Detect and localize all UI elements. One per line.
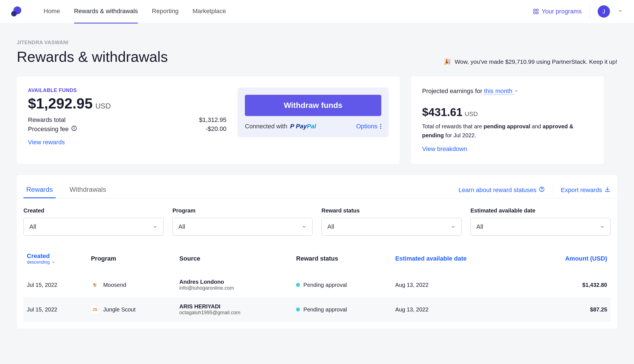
options-label: Options <box>356 123 377 130</box>
funds-right: Withdraw funds Connected with P PayPal O… <box>238 88 389 153</box>
tabs: Rewards Withdrawals <box>23 182 109 198</box>
logo-icon <box>11 6 21 16</box>
paypal-icon: P PayPal <box>290 123 316 130</box>
svg-rect-1 <box>536 9 538 11</box>
view-breakdown-link[interactable]: View breakdown <box>422 145 467 152</box>
col-status: Reward status <box>293 245 392 273</box>
learn-statuses-link[interactable]: Learn about reward statuses <box>458 186 545 194</box>
cell-estdate: Aug 13, 2022 <box>392 297 527 322</box>
svg-rect-0 <box>533 9 535 11</box>
withdraw-funds-button[interactable]: Withdraw funds <box>245 95 381 116</box>
top-nav: Home Rewards & withdrawals Reporting Mar… <box>0 0 634 23</box>
chevron-down-icon[interactable] <box>514 88 519 94</box>
export-rewards-button[interactable]: Export rewards <box>561 186 611 194</box>
summary-cards: AVAILABLE FUNDS $1,292.95 USD Rewards to… <box>17 76 617 164</box>
grid-icon <box>533 8 539 15</box>
nav-links: Home Rewards & withdrawals Reporting Mar… <box>44 0 533 23</box>
congrats-message: 🎉 Wow, you've made $29,710.99 using Part… <box>444 58 617 65</box>
filters-row: Created All Program All Reward status Al… <box>17 198 617 245</box>
rewards-table: Created descending Program Source Reward… <box>23 245 611 322</box>
col-source: Source <box>176 245 293 273</box>
available-funds-label: AVAILABLE FUNDS <box>28 88 226 93</box>
chevron-down-icon[interactable] <box>618 8 623 15</box>
status-text: Pending approval <box>303 306 347 313</box>
nav-home[interactable]: Home <box>44 0 60 23</box>
nav-marketplace[interactable]: Marketplace <box>193 0 226 23</box>
status-text: Pending approval <box>303 282 347 288</box>
filter-label: Reward status <box>321 207 462 214</box>
projected-number: $431.61 <box>422 106 463 119</box>
filter-label: Created <box>23 207 164 214</box>
table-row[interactable]: Jul 15, 2022 🐮 Moosend Andres Londono in… <box>23 273 611 297</box>
table-row[interactable]: Jul 15, 2022 JS Jungle Scout ARIS HERIYA… <box>23 297 611 322</box>
program-logo-icon: 🐮 <box>91 281 99 289</box>
cell-source: ARIS HERIYADI octagaluh1995@gmail.com <box>176 297 293 322</box>
filter-status-select[interactable]: All <box>321 218 462 236</box>
projected-prefix: Projected earnings for <box>422 88 484 94</box>
cell-estdate: Aug 13, 2022 <box>392 273 527 297</box>
cell-created: Jul 15, 2022 <box>23 273 87 297</box>
funds-currency: USD <box>95 102 111 110</box>
download-icon <box>604 186 611 194</box>
nav-reporting[interactable]: Reporting <box>152 0 178 23</box>
cell-program: 🐮 Moosend <box>87 273 176 297</box>
program-name: Jungle Scout <box>103 306 136 313</box>
page: JITENDRA VASWANI Rewards & withdrawals 🎉… <box>0 23 634 345</box>
col-amount[interactable]: Amount (USD) <box>527 245 611 273</box>
avatar[interactable]: J <box>598 5 610 18</box>
cell-amount: $1,432.80 <box>527 273 611 297</box>
info-icon[interactable] <box>71 125 77 133</box>
options-button[interactable]: Options <box>356 123 381 130</box>
processing-fee-label: Processing fee <box>28 126 69 133</box>
table-actions: Learn about reward statuses Export rewar… <box>458 186 611 195</box>
breadcrumb: JITENDRA VASWANI <box>17 40 168 46</box>
funds-left: AVAILABLE FUNDS $1,292.95 USD Rewards to… <box>28 88 226 153</box>
nav-right: Your programs J <box>533 4 623 18</box>
filter-status: Reward status All <box>321 207 462 236</box>
available-funds-card: AVAILABLE FUNDS $1,292.95 USD Rewards to… <box>17 76 400 164</box>
divider <box>590 4 590 18</box>
status-dot-icon <box>296 308 300 311</box>
your-programs-label: Your programs <box>542 8 582 15</box>
filter-created-select[interactable]: All <box>23 218 164 236</box>
withdraw-box: Withdraw funds Connected with P PayPal O… <box>238 88 389 137</box>
projected-description: Total of rewards that are pending approv… <box>422 122 593 140</box>
cell-created: Jul 15, 2022 <box>23 297 87 322</box>
filter-program: Program All <box>172 207 313 236</box>
view-rewards-link[interactable]: View rewards <box>28 139 65 146</box>
connected-with: Connected with P PayPal <box>245 123 316 130</box>
source-name: Andres Londono <box>179 279 290 285</box>
filter-estdate: Estimated available date All <box>470 207 611 236</box>
page-title: Rewards & withdrawals <box>17 48 168 65</box>
month-selector[interactable]: this month <box>484 88 514 95</box>
your-programs-link[interactable]: Your programs <box>533 8 582 15</box>
col-estdate[interactable]: Estimated available date <box>392 245 527 273</box>
filter-estdate-select[interactable]: All <box>470 218 611 236</box>
filter-program-select[interactable]: All <box>172 218 313 236</box>
connected-with-label: Connected with <box>245 123 287 130</box>
tab-withdrawals[interactable]: Withdrawals <box>67 182 109 198</box>
filter-created: Created All <box>23 207 164 236</box>
projected-amount: $431.61 USD <box>422 106 593 119</box>
status-dot-icon <box>296 283 300 287</box>
tab-rewards[interactable]: Rewards <box>23 182 56 198</box>
more-dots-icon <box>380 124 381 129</box>
rewards-total-label: Rewards total <box>28 116 66 124</box>
available-funds-amount: $1,292.95 USD <box>28 95 226 112</box>
congrats-text: Wow, you've made $29,710.99 using Partne… <box>455 58 617 65</box>
source-email: octagaluh1995@gmail.com <box>179 310 290 316</box>
svg-point-8 <box>542 190 542 191</box>
program-logo-icon: JS <box>91 306 99 313</box>
filter-label: Estimated available date <box>470 207 611 214</box>
projected-currency: USD <box>465 110 478 118</box>
cell-status: Pending approval <box>293 297 392 322</box>
source-name: ARIS HERIYADI <box>179 303 290 310</box>
help-icon <box>539 186 545 194</box>
rewards-total-row: Rewards total $1,312.95 <box>28 116 226 124</box>
svg-rect-2 <box>533 12 535 14</box>
projected-earnings-card: Projected earnings for this month $431.6… <box>411 76 604 164</box>
cell-program: JS Jungle Scout <box>87 297 176 322</box>
col-created[interactable]: Created descending <box>23 245 87 273</box>
nav-rewards[interactable]: Rewards & withdrawals <box>74 0 138 23</box>
processing-fee-row: Processing fee -$20.00 <box>28 125 226 133</box>
